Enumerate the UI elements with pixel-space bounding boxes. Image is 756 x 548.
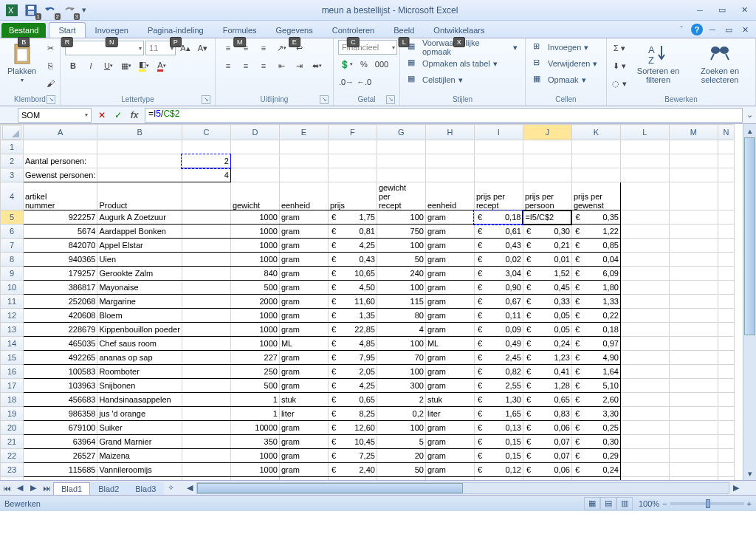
cell[interactable] (182, 477, 230, 481)
cell[interactable]: Margarine (97, 295, 182, 309)
cell[interactable] (523, 140, 571, 154)
cell[interactable]: 228679 (24, 323, 97, 337)
cell[interactable] (669, 225, 718, 239)
comma-icon[interactable]: 000 (374, 56, 390, 72)
cell[interactable]: 100 (377, 365, 425, 379)
cell[interactable] (620, 140, 669, 154)
cell[interactable] (669, 435, 718, 449)
cell[interactable] (620, 281, 669, 295)
cell[interactable]: 1,64 (571, 365, 620, 379)
excel-icon[interactable]: X (3, 2, 21, 18)
first-sheet-icon[interactable]: ⏮ (0, 482, 13, 495)
win-minimize-icon[interactable]: ─ (706, 23, 719, 36)
decrease-indent-icon[interactable]: ⇤ (273, 58, 289, 74)
cell[interactable]: 2 (182, 154, 230, 168)
cell[interactable]: Snijbonen (97, 379, 182, 393)
cell[interactable]: 70 (377, 351, 425, 365)
cell[interactable] (620, 295, 669, 309)
cell[interactable]: 2,05 (328, 365, 377, 379)
cell[interactable]: gram (425, 225, 474, 239)
cell[interactable] (425, 168, 474, 182)
cell[interactable]: 2,40 (328, 463, 377, 477)
cell[interactable]: 179257 (24, 267, 97, 281)
cell[interactable]: 842070 (24, 239, 97, 253)
cell[interactable]: 0,18 (474, 210, 523, 225)
cell[interactable] (620, 393, 669, 407)
header-cell[interactable] (182, 182, 230, 210)
cell[interactable] (425, 140, 474, 154)
expand-formula-icon[interactable]: ⌄ (743, 110, 756, 120)
cell[interactable] (230, 154, 279, 168)
cell[interactable]: Aardappel Bonken (97, 225, 182, 239)
cell[interactable] (620, 477, 669, 481)
cell[interactable] (669, 154, 718, 168)
header-cell[interactable]: prijs (328, 182, 377, 210)
cell[interactable]: Gewenst personen: (24, 168, 97, 182)
cell[interactable]: 750 (377, 225, 425, 239)
page-layout-view-icon[interactable]: ▤ (600, 497, 616, 510)
cell[interactable]: 26527 (24, 449, 97, 463)
cell[interactable] (669, 309, 718, 323)
cell[interactable]: gram (279, 267, 328, 281)
cell[interactable]: 0,12 (474, 463, 523, 477)
cell[interactable] (718, 239, 734, 253)
column-header[interactable]: L (620, 125, 669, 140)
cell[interactable] (182, 407, 230, 421)
tab-data[interactable]: GegevensE (267, 22, 323, 38)
cell[interactable]: 1,52 (523, 267, 571, 281)
cell[interactable]: Uien (97, 253, 182, 267)
header-cell[interactable]: eenheid (279, 182, 328, 210)
row-header[interactable]: 11 (1, 295, 24, 309)
cell[interactable] (377, 168, 425, 182)
autosum-icon[interactable]: Σ ▾ (611, 40, 628, 56)
cell[interactable] (620, 463, 669, 477)
cell[interactable] (377, 154, 425, 168)
cell[interactable]: 12,60 (328, 421, 377, 435)
cell[interactable]: gram (425, 463, 474, 477)
find-select-button[interactable]: Zoeken en selecteren (689, 40, 751, 86)
cell[interactable]: 100583 (24, 365, 97, 379)
cell[interactable]: 0,09 (474, 323, 523, 337)
cell[interactable]: 0,35 (571, 210, 620, 225)
dialog-launcher-icon[interactable]: ↘ (202, 95, 210, 104)
cell[interactable]: 7,25 (328, 449, 377, 463)
cell[interactable] (182, 225, 230, 239)
cell[interactable]: gram (425, 477, 474, 481)
cell[interactable] (718, 168, 734, 182)
cell[interactable] (620, 239, 669, 253)
cell[interactable] (279, 168, 328, 182)
dialog-launcher-icon[interactable]: ↘ (320, 95, 329, 104)
cell[interactable]: 4 (377, 323, 425, 337)
cell[interactable]: 115 (377, 295, 425, 309)
cell[interactable]: 0,07 (523, 449, 571, 463)
cell[interactable] (328, 154, 377, 168)
cell[interactable] (669, 182, 718, 210)
cell[interactable]: gram (425, 295, 474, 309)
cell[interactable]: gram (425, 323, 474, 337)
cell[interactable] (718, 393, 734, 407)
cell[interactable]: 115685 (24, 463, 97, 477)
cell[interactable]: 840 (230, 267, 279, 281)
formula-input[interactable]: =I5/C$2 (145, 108, 743, 123)
cell[interactable]: 350 (230, 435, 279, 449)
cell[interactable]: 0,21 (523, 477, 571, 481)
cell[interactable]: 6,09 (571, 267, 620, 281)
row-header[interactable]: 3 (1, 168, 24, 182)
cell[interactable] (182, 281, 230, 295)
header-cell[interactable]: artikelnummer (24, 182, 97, 210)
cell[interactable]: Maizena (97, 449, 182, 463)
cell[interactable] (620, 225, 669, 239)
cell[interactable]: 0,83 (523, 407, 571, 421)
cell[interactable] (377, 140, 425, 154)
copy-icon[interactable]: ⎘ (42, 58, 58, 74)
row-header[interactable]: 13 (1, 323, 24, 337)
cell[interactable]: 0,25 (571, 421, 620, 435)
cell[interactable] (718, 281, 734, 295)
cell[interactable]: 4,25 (328, 239, 377, 253)
cell[interactable] (669, 281, 718, 295)
cell[interactable]: 4,85 (328, 337, 377, 351)
cell[interactable]: gram (425, 281, 474, 295)
cell-styles-button[interactable]: ▦Celstijlen ▾ (405, 72, 520, 87)
cell[interactable] (182, 210, 230, 225)
cell[interactable]: 3,04 (474, 267, 523, 281)
